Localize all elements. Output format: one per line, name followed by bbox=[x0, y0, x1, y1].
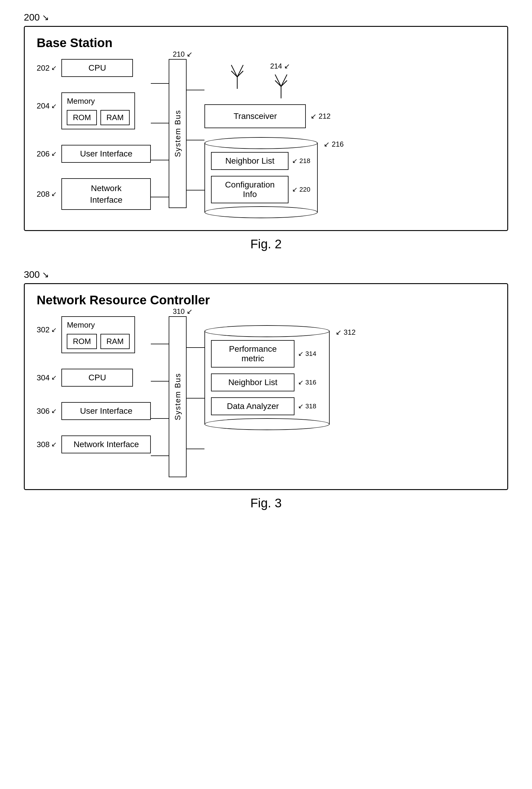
fig2-cpu-ref: 202 ↙ bbox=[37, 63, 57, 73]
fig2-conn2 bbox=[151, 123, 169, 124]
fig3-cyl-bottom bbox=[205, 418, 330, 430]
fig2-neighborlist-ref: ↙ 218 bbox=[292, 157, 310, 165]
fig2-right-connectors bbox=[187, 59, 205, 218]
fig2-antenna2-group: 214 ↙ bbox=[270, 62, 290, 98]
fig2-memory-ref: 204 ↙ bbox=[37, 101, 57, 111]
fig3-rconn1 bbox=[187, 347, 205, 348]
fig2-neighborlist-box: Neighbor List bbox=[211, 152, 288, 170]
fig2-transceiver-row: Transceiver ↙ 212 bbox=[205, 104, 330, 128]
fig3-netif-box: Network Interface bbox=[61, 435, 151, 453]
fig3-cpu-ref: 304 ↙ bbox=[37, 373, 57, 382]
fig2-arrow-icon: ↘ bbox=[42, 13, 49, 22]
fig3-rconn3 bbox=[187, 449, 205, 449]
fig3-netif-ref: 308 ↙ bbox=[37, 440, 57, 449]
fig3-ui-box: User Interface bbox=[61, 402, 151, 420]
fig3-ram-box: RAM bbox=[100, 334, 130, 349]
fig2-cyl-body: Neighbor List ↙ 218 Configuration Info bbox=[205, 143, 318, 212]
svg-line-2 bbox=[237, 65, 243, 77]
fig3-rconn2 bbox=[187, 398, 205, 398]
fig3-memory-chips: ROM RAM bbox=[67, 334, 129, 349]
fig2-transceiver-ref: ↙ 212 bbox=[310, 112, 330, 120]
fig2-configinfo-ref: ↙ 220 bbox=[292, 186, 310, 193]
fig2-netif-ref: 208 ↙ bbox=[37, 190, 57, 199]
fig2-configinfo-box: Configuration Info bbox=[211, 176, 288, 203]
fig3-caption: Fig. 3 bbox=[24, 496, 508, 510]
fig2-configinfo-row: Configuration Info ↙ 220 bbox=[211, 176, 311, 203]
fig3-perfmetric-box: Performance metric bbox=[211, 340, 294, 368]
fig2-conn4 bbox=[151, 197, 169, 197]
fig2-netif-box: Network Interface bbox=[61, 178, 151, 210]
fig3-conn2 bbox=[151, 381, 169, 381]
svg-line-4 bbox=[237, 71, 243, 77]
fig3-neighborlist-row: Neighbor List ↙ 316 bbox=[211, 374, 323, 391]
fig2-conn3 bbox=[151, 160, 169, 161]
fig2-antenna-ref: 214 ↙ bbox=[270, 62, 290, 70]
fig2-h-connectors bbox=[151, 59, 169, 218]
fig3-ref-label: 300 ↘ bbox=[24, 269, 508, 280]
svg-line-7 bbox=[281, 75, 287, 87]
fig3-conn4 bbox=[151, 455, 169, 456]
fig2-netif-row: 208 ↙ Network Interface bbox=[37, 178, 151, 210]
fig2-rconn1 bbox=[187, 90, 205, 90]
fig2-cyl-top bbox=[205, 137, 318, 149]
fig3-right-connectors bbox=[187, 316, 205, 477]
fig3-left-column: 302 ↙ Memory ROM RAM 304 ↙ C bbox=[37, 316, 151, 462]
fig2-content: 202 ↙ CPU 204 ↙ Memory ROM RAM bbox=[37, 59, 495, 218]
fig3-perfmetric-ref: ↙ 314 bbox=[298, 350, 316, 358]
fig2-ref-label: 200 ↘ bbox=[24, 12, 508, 23]
fig2-caption: Fig. 2 bbox=[24, 237, 508, 251]
fig3-cyl-body: Performance metric ↙ 314 Neighbor List bbox=[205, 331, 330, 424]
fig2-title: Base Station bbox=[37, 36, 495, 50]
fig2-cyl-bottom bbox=[205, 206, 318, 218]
fig3-ui-row: 306 ↙ User Interface bbox=[37, 402, 151, 420]
fig2-ram-box: RAM bbox=[100, 110, 130, 125]
svg-line-6 bbox=[275, 75, 281, 87]
fig3-memory-box: Memory ROM RAM bbox=[61, 316, 135, 353]
fig2-antenna1-icon bbox=[228, 62, 246, 89]
fig2-cylinder: Neighbor List ↙ 218 Configuration Info bbox=[205, 137, 318, 218]
fig3-storage-ref: ↙ 312 bbox=[336, 328, 356, 337]
fig2-rconn3 bbox=[187, 190, 205, 190]
fig2-transceiver-box: Transceiver bbox=[205, 104, 306, 128]
fig2-memory-box: Memory ROM RAM bbox=[61, 92, 135, 129]
svg-line-8 bbox=[275, 80, 281, 87]
fig3-bus-wrapper: 310 ↙ System Bus bbox=[169, 316, 187, 477]
fig2-diagram-box: Base Station 202 ↙ CPU 204 ↙ bbox=[24, 26, 508, 231]
fig2-rom-box: ROM bbox=[67, 110, 97, 125]
fig2-system-bus: System Bus bbox=[169, 59, 187, 208]
fig3-netif-row: 308 ↙ Network Interface bbox=[37, 435, 151, 453]
fig3-memory-label: Memory bbox=[67, 320, 95, 330]
fig3-rom-box: ROM bbox=[67, 334, 97, 349]
fig3-right-column: Performance metric ↙ 314 Neighbor List bbox=[205, 316, 356, 430]
fig3-dataanalyzer-box: Data Analyzer bbox=[211, 397, 294, 415]
fig3-dataanalyzer-row: Data Analyzer ↙ 318 bbox=[211, 397, 323, 415]
fig3-dataanalyzer-ref: ↙ 318 bbox=[298, 402, 316, 410]
fig2-ui-ref: 206 ↙ bbox=[37, 149, 57, 158]
fig2-antennas: 214 ↙ bbox=[228, 62, 290, 98]
fig3-neighborlist-ref: ↙ 316 bbox=[298, 379, 316, 386]
fig2-storage-section: Neighbor List ↙ 218 Configuration Info bbox=[205, 137, 344, 218]
fig3-bus-ref: 310 ↙ bbox=[173, 307, 193, 316]
fig3-title: Network Resource Controller bbox=[37, 293, 495, 307]
fig2-cpu-box: CPU bbox=[61, 59, 133, 77]
fig2-memory-chips: ROM RAM bbox=[67, 110, 129, 125]
fig2-antenna2-icon bbox=[272, 72, 290, 98]
fig3-neighborlist-box: Neighbor List bbox=[211, 374, 294, 391]
fig3-perfmetric-row: Performance metric ↙ 314 bbox=[211, 340, 323, 368]
fig2-bus-wrapper: 210 ↙ System Bus bbox=[169, 59, 187, 208]
fig3-cpu-row: 304 ↙ CPU bbox=[37, 369, 151, 387]
fig2-right-column: 214 ↙ Transceiver bbox=[205, 59, 344, 218]
fig3-conn1 bbox=[151, 344, 169, 344]
fig2-rconn2 bbox=[187, 140, 205, 140]
fig3-arrow-icon: ↘ bbox=[42, 270, 49, 280]
svg-line-9 bbox=[281, 80, 287, 87]
fig3-cylinder: Performance metric ↙ 314 Neighbor List bbox=[205, 325, 330, 430]
fig2-storage-ref: ↙ 216 bbox=[324, 140, 344, 148]
fig3-diagram-box: Network Resource Controller 302 ↙ Memory… bbox=[24, 283, 508, 490]
svg-line-3 bbox=[231, 71, 237, 77]
fig3-conn3 bbox=[151, 418, 169, 419]
fig2-memory-label: Memory bbox=[67, 97, 95, 106]
fig3-memory-ref: 302 ↙ bbox=[37, 325, 57, 335]
fig2-bus-ref: 210 ↙ bbox=[173, 50, 193, 58]
fig3-cpu-box: CPU bbox=[61, 369, 133, 387]
